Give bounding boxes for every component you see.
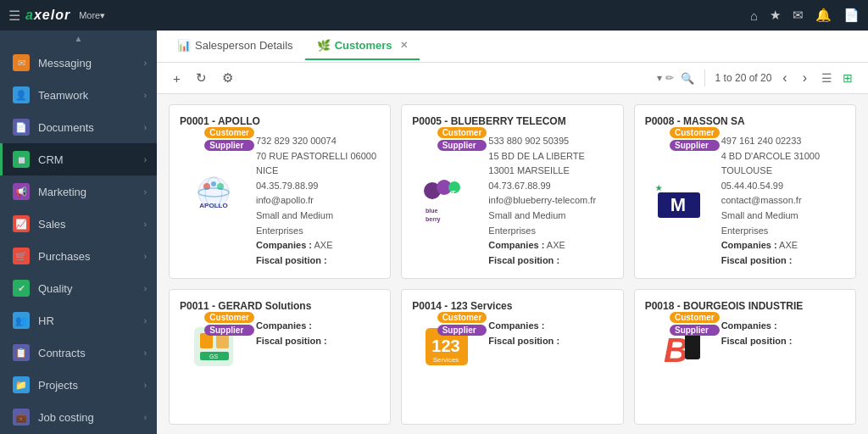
sidebar-item-contracts[interactable]: 📋 Contracts › (0, 337, 157, 369)
sidebar-item-teamwork[interactable]: 👤 Teamwork › (0, 79, 157, 111)
svg-point-2 (211, 181, 216, 186)
sidebar-chevron-jobcosting: › (144, 413, 147, 422)
card-fiscal: Fiscal position : (256, 334, 380, 349)
next-page-button[interactable]: › (798, 68, 811, 88)
sidebar-item-messaging[interactable]: ✉ Messaging › (0, 47, 157, 79)
card-companies: Companies : AXE (488, 238, 612, 253)
grid-view-button[interactable]: ⊞ (839, 70, 856, 86)
sidebar-chevron-documents: › (144, 123, 147, 132)
sidebar-item-sales[interactable]: 📈 Sales › (0, 208, 157, 240)
sidebar-item-projects[interactable]: 📁 Projects › (0, 369, 157, 401)
tab-customers-close[interactable]: ✕ (400, 40, 408, 51)
sidebar-chevron-contracts: › (144, 348, 147, 358)
settings-button[interactable]: ⚙ (218, 68, 237, 88)
card-info-p0014: Companies : Fiscal position : (488, 319, 612, 374)
sidebar-item-purchases[interactable]: 🛒 Purchases › (0, 240, 157, 272)
main-content: 📊 Salesperson Details 🌿 Customers ✕ + ↻ … (157, 31, 868, 434)
svg-text:Services: Services (432, 356, 459, 364)
sidebar-item-quality[interactable]: ✔ Quality › (0, 272, 157, 304)
card-p0001[interactable]: P0001 - APOLLO APOLLO CustomerSupplier 7… (169, 104, 391, 279)
sidebar-label-teamwork: Teamwork (38, 89, 144, 102)
badge-customer: Customer (437, 127, 487, 138)
card-p0008[interactable]: P0008 - MASSON SA ★ M CustomerSupplier 4… (634, 104, 856, 279)
prev-page-button[interactable]: ‹ (778, 68, 791, 88)
file-icon[interactable]: 📄 (843, 8, 860, 23)
card-p0018[interactable]: P0018 - BOURGEOIS INDUSTRIE B CustomerSu… (634, 289, 856, 425)
card-email: contact@masson.fr (721, 193, 845, 209)
tab-customers-label: Customers (335, 39, 392, 52)
search-button[interactable]: 🔍 (681, 72, 694, 85)
card-logo-p0005: blue berry T CustomerSupplier (412, 134, 480, 268)
card-fiscal: Fiscal position : (488, 334, 612, 349)
card-companies: Companies : AXE (256, 238, 380, 253)
badge-supplier: Supplier (204, 325, 254, 336)
sidebar-item-marketing[interactable]: 📢 Marketing › (0, 175, 157, 208)
cards-container: P0001 - APOLLO APOLLO CustomerSupplier 7… (157, 94, 868, 434)
home-icon[interactable]: ⌂ (750, 8, 758, 23)
top-bar: ☰ axelor More▾ ⌂ ★ ✉ 🔔 📄 (0, 0, 868, 31)
sidebar-item-jobcosting[interactable]: 💼 Job costing › (0, 401, 157, 433)
svg-text:GS: GS (209, 353, 217, 359)
hamburger-icon[interactable]: ☰ (8, 8, 20, 24)
sidebar-label-hr: HR (38, 314, 144, 327)
sidebar-label-marketing: Marketing (38, 186, 144, 198)
contracts-icon: 📋 (13, 344, 30, 361)
svg-text:M: M (670, 194, 686, 215)
more-dropdown[interactable]: More▾ (79, 10, 105, 21)
card-header-p0001: P0001 - APOLLO (180, 115, 380, 127)
sidebar-item-crm[interactable]: ◼ CRM › (0, 143, 157, 175)
card-companies: Companies : (721, 319, 845, 334)
sidebar-label-messaging: Messaging (38, 57, 144, 70)
card-fiscal: Fiscal position : (256, 253, 380, 269)
badge-customer: Customer (670, 127, 720, 138)
sidebar-chevron-marketing: › (144, 187, 147, 197)
sidebar-chevron-projects: › (144, 381, 147, 390)
card-address: 70 RUE PASTORELLI 06000 NICE (256, 149, 380, 179)
tab-salesperson[interactable]: 📊 Salesperson Details (165, 32, 305, 60)
card-info-p0008: 497 161 240 022334 BD D'ARCOLE 31000 TOU… (721, 134, 845, 268)
tabs-bar: 📊 Salesperson Details 🌿 Customers ✕ (157, 31, 868, 63)
badge-supplier: Supplier (670, 325, 720, 336)
badge-customer: Customer (204, 127, 254, 138)
sidebar-label-projects: Projects (38, 379, 144, 392)
star-icon[interactable]: ★ (770, 8, 781, 23)
sidebar: ▲ ✉ Messaging › 👤 Teamwork › 📄 Documents… (0, 31, 157, 434)
sidebar-label-crm: CRM (38, 153, 144, 166)
svg-text:★: ★ (655, 184, 663, 192)
sidebar-item-hr[interactable]: 👥 HR › (0, 304, 157, 337)
card-phone: 732 829 320 00074 (256, 134, 380, 149)
tab-customers-icon: 🌿 (317, 39, 331, 52)
card-fiscal: Fiscal position : (488, 253, 612, 269)
app-logo: axelor (25, 8, 70, 23)
card-p0005[interactable]: P0005 - BLUEBERRY TELECOM blue berry T C… (401, 104, 623, 279)
toolbar-separator (704, 70, 705, 86)
card-p0014[interactable]: P0014 - 123 Services 123 Services Custom… (401, 289, 623, 425)
card-logo-p0001: APOLLO CustomerSupplier (180, 134, 248, 268)
bell-icon[interactable]: 🔔 (815, 8, 832, 23)
jobcosting-icon: 💼 (13, 409, 30, 426)
refresh-button[interactable]: ↻ (192, 68, 211, 88)
purchases-icon: 🛒 (13, 248, 30, 264)
card-logo-p0018: B CustomerSupplier (645, 319, 713, 374)
sidebar-chevron-hr: › (144, 316, 147, 326)
card-address: 4 BD D'ARCOLE 31000 TOULOUSE (721, 149, 845, 179)
tab-customers[interactable]: 🌿 Customers ✕ (305, 32, 420, 60)
svg-text:B: B (664, 331, 688, 369)
card-fiscal: Fiscal position : (721, 253, 845, 269)
card-companies: Companies : AXE (721, 238, 845, 253)
sidebar-label-documents: Documents (38, 121, 144, 134)
envelope-icon[interactable]: ✉ (793, 8, 804, 23)
card-logo-p0008: ★ M CustomerSupplier (645, 134, 713, 268)
add-button[interactable]: + (169, 69, 185, 88)
sidebar-label-jobcosting: Job costing (38, 411, 144, 424)
card-fiscal: Fiscal position : (721, 334, 845, 349)
sidebar-collapse[interactable]: ▲ (0, 31, 157, 47)
list-view-button[interactable]: ☰ (818, 70, 836, 86)
sidebar-item-documents[interactable]: 📄 Documents › (0, 111, 157, 143)
tab-salesperson-icon: 📊 (177, 39, 191, 52)
card-p0011[interactable]: P0011 - GERARD Solutions GS CustomerSupp… (169, 289, 391, 425)
badge-customer: Customer (204, 312, 254, 323)
filter-dropdown[interactable]: ▾ ✏ (657, 72, 674, 84)
toolbar: + ↻ ⚙ ▾ ✏ 🔍 1 to 20 of 20 ‹ › ☰ ⊞ (157, 63, 868, 94)
badge-supplier: Supplier (437, 325, 487, 336)
